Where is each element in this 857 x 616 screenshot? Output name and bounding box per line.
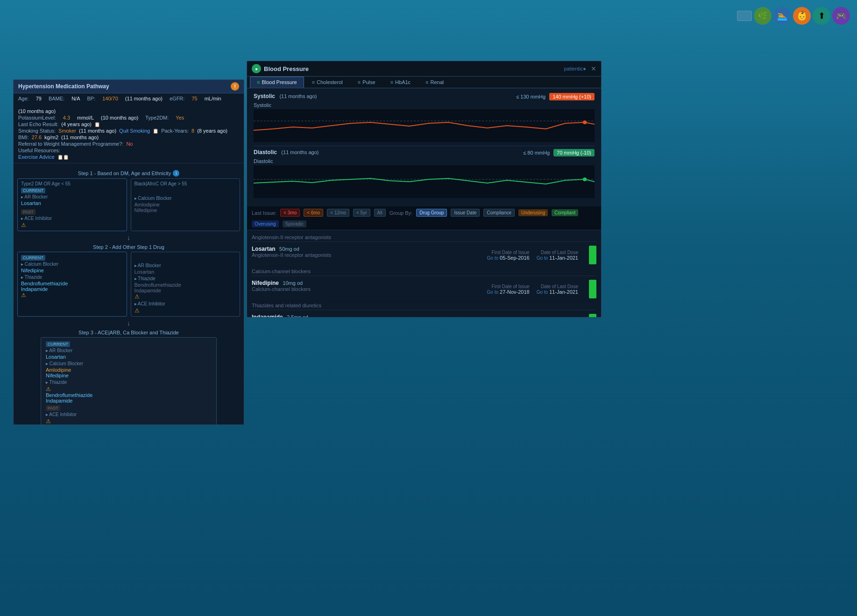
nifedipine-first-goto[interactable]: Go to (487, 290, 498, 295)
bp-value: 140/70 (102, 96, 118, 101)
taskbar-icon-1[interactable]: 🌿 (754, 7, 772, 25)
tab-hba1c[interactable]: ≡ HbA1c (383, 77, 418, 88)
group-drug[interactable]: Drug Group (416, 209, 447, 217)
compliance-sporadic[interactable]: Sporadic (283, 220, 306, 227)
losartan-first-issue: First Date of Issue Go to 05-Sep-2016 (487, 250, 530, 261)
group-issue-date[interactable]: Issue Date (451, 209, 480, 217)
nifedipine-list-cat: Calcium-channel blockers (252, 286, 311, 292)
step1-header: Step 1 - Based on DM, Age and Ethnicity … (17, 170, 240, 177)
indapamide-compliance-bar (589, 314, 596, 318)
bmi-label: BMI: (18, 135, 29, 140)
step1-right-box: Black|AfroC OR Age > 55 ▸ Calcium Blocke… (131, 178, 241, 231)
losartan-list-cat: Angiotensin-II receptor antagonists (252, 252, 331, 258)
systolic-target: ≤ 130 mmHg (516, 94, 545, 99)
filter-6mo[interactable]: < 6mo (304, 209, 323, 217)
arrow-1: ↓ (17, 234, 240, 241)
step3-box: CURRENT ▸ AR Blocker Losartan ▸ Calcium … (41, 337, 217, 425)
bendro-name-1: Bendroflumethiazide (21, 281, 123, 286)
warning-icon: ! (231, 82, 239, 91)
warn-icon-5: ⚠ (46, 386, 51, 392)
systolic-chart-svg (254, 109, 595, 142)
losartan-dates: First Date of Issue Go to 05-Sep-2016 Da… (487, 246, 596, 264)
diastolic-value-badge: 70 mmHg (-10) (553, 149, 595, 156)
past-tag-3: PAST (46, 405, 60, 411)
smoking-status-value: Smoker (58, 128, 76, 134)
amlodipine-name: Amlodipine (135, 202, 237, 207)
indapamide-name-1: Indapamide (21, 286, 123, 292)
bame-value: N/A (71, 96, 80, 101)
losartan-list-dose: 50mg od (279, 246, 299, 252)
systolic-time: (11 months ago) (279, 93, 317, 99)
compliance-underusing[interactable]: Underusing (518, 209, 548, 216)
left-panel-title: Hypertension Medication Pathway (18, 83, 109, 90)
systolic-sub: Systolic (254, 102, 595, 108)
losartan-first-goto[interactable]: Go to (487, 255, 498, 261)
arb-cat-2: ▸ AR Blocker (135, 263, 237, 268)
arb-cat-3: ▸ AR Blocker (46, 348, 212, 353)
pathway-content: Step 1 - Based on DM, Age and Ethnicity … (14, 163, 244, 425)
right-panel-title-text: Blood Pressure (264, 65, 309, 72)
tab-hba1c-label: HbA1c (395, 79, 411, 85)
echo-link-icon[interactable]: 📋 (94, 122, 100, 127)
bame-label: BAME: (49, 96, 64, 101)
tabs-bar: ≡ Blood Pressure ≡ Cholesterol ≡ Pulse ≡… (247, 77, 601, 88)
close-button[interactable]: ✕ (591, 65, 596, 72)
warn-icon-3: ⚠ (135, 293, 140, 300)
tab-blood-pressure[interactable]: ≡ Blood Pressure (250, 77, 304, 88)
tab-cholesterol[interactable]: ≡ Cholesterol (305, 77, 350, 88)
thiazide-cat-3: ▸ Thiazide (46, 380, 212, 385)
quit-link-icon[interactable]: 📋 (153, 128, 158, 134)
exercise-label[interactable]: Exercise Advice (18, 154, 55, 160)
tab-renal[interactable]: ≡ Renal (418, 77, 451, 88)
potassium-value: 4.3 (63, 115, 70, 120)
compliance-overusing[interactable]: Overusing (252, 220, 279, 227)
left-panel: Hypertension Medication Pathway ! Age: 7… (13, 79, 244, 425)
smoking-status-time: (11 months ago) (79, 128, 116, 134)
quit-smoking-label[interactable]: Quit Smoking (119, 128, 150, 134)
taskbar-button[interactable] (737, 11, 752, 21)
taskbar-icon-4[interactable]: ⬆ (813, 7, 830, 25)
nifedipine-last-goto[interactable]: Go to (537, 290, 548, 295)
egfr-unit: mL/min (205, 96, 221, 101)
thiazide-cat-1: ▸ Thiazide (21, 275, 123, 280)
step3-header: Step 3 - ACE|ARB, Ca Blocker and Thiazid… (17, 330, 240, 335)
systolic-label: Systolic (254, 93, 275, 99)
tab-chol-icon: ≡ (312, 79, 315, 85)
nifedipine-name-3: Nifedipine (46, 373, 212, 378)
exercise-link-icons[interactable]: 📋📋 (57, 155, 69, 160)
taskbar: 🌿 🏊 👶 ⬆ 🎮 (737, 7, 850, 25)
taskbar-icon-3[interactable]: 👶 (793, 7, 811, 25)
indapamide-list-name: Indapamide (252, 314, 283, 318)
losartan-last-goto[interactable]: Go to (537, 255, 548, 261)
step1-left-box: Type2 DM OR Age < 55 CURRENT ▸ AR Blocke… (17, 178, 127, 231)
step1-info-icon[interactable]: i (173, 170, 179, 177)
indapamide-name-3: Indapamide (46, 398, 212, 404)
tab-pulse[interactable]: ≡ Pulse (351, 77, 382, 88)
losartan-last-dose: Date of Last Dose Go to 11-Jan-2021 (537, 250, 578, 261)
warn-icon-4: ⚠ (135, 307, 140, 314)
age-value: 79 (36, 96, 42, 101)
tab-renal-label: Renal (431, 79, 444, 85)
filter-5yr[interactable]: < 5yr (353, 209, 370, 217)
smoking-status-label: Smoking Status: (18, 128, 56, 134)
tab-pulse-label: Pulse (362, 79, 375, 85)
ace-category: ▸ ACE Inhibitor (21, 216, 123, 221)
drug-indapamide-row: Indapamide 2.5mg od Thiazides and relate… (252, 312, 596, 318)
calcium-cat-2: ▸ Calcium Blocker (21, 262, 123, 267)
egfr-time: (10 months ago) (18, 108, 56, 114)
losartan-name-2: Losartan (135, 269, 237, 275)
filter-12mo[interactable]: < 12mo (327, 209, 349, 217)
group-compliance[interactable]: Compliance (483, 209, 515, 217)
filter-all[interactable]: All (374, 209, 386, 217)
last-issue-label: Last Issue: (252, 210, 276, 216)
taskbar-icon-2[interactable]: 🏊 (773, 7, 791, 25)
arrow-2: ↓ (17, 319, 240, 327)
calcium-category: ▸ Calcium Blocker (135, 196, 237, 201)
compliance-compliant[interactable]: Compliant (552, 209, 578, 216)
filter-3mo[interactable]: < 3mo (280, 209, 300, 217)
current-tag-3: CURRENT (46, 341, 70, 347)
svg-point-5 (583, 177, 587, 181)
type2dm-label: Type2DM: (145, 115, 169, 120)
taskbar-icon-5[interactable]: 🎮 (832, 7, 850, 25)
warn-icon-1: ⚠ (21, 222, 26, 228)
